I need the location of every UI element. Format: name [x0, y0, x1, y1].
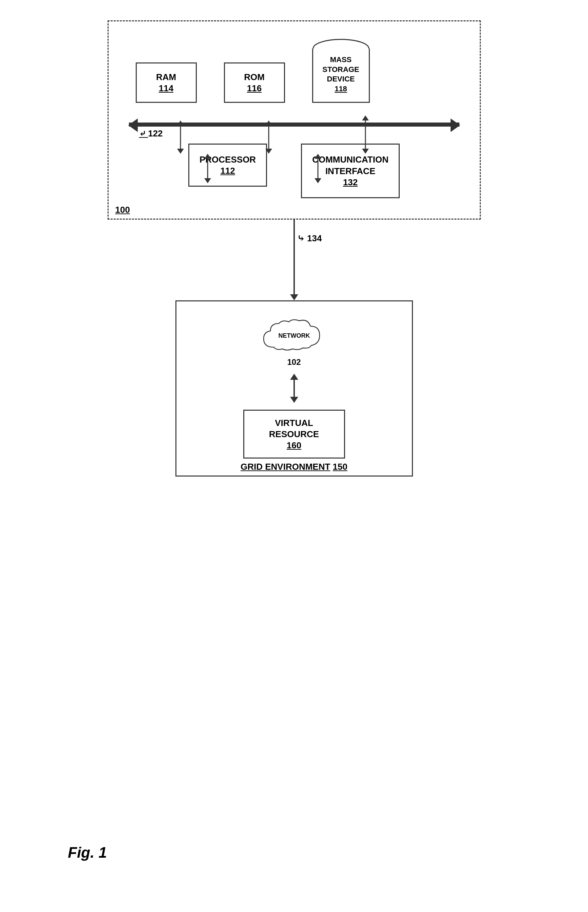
svg-text:NETWORK: NETWORK: [278, 332, 310, 339]
computer-box: RAM 114 ROM 116: [108, 20, 481, 220]
connector-line-134: ⤷ 134: [294, 220, 295, 294]
network-number-label: 102: [287, 357, 300, 367]
mass-storage-cylinder: MASSSTORAGEDEVICE 118: [312, 38, 370, 103]
main-diagram: RAM 114 ROM 116: [108, 20, 481, 477]
ram-label: RAM: [156, 72, 176, 82]
mass-storage-container: MASSSTORAGEDEVICE 118: [312, 38, 370, 103]
virtual-resource-number: 160: [254, 440, 334, 451]
rom-label: ROM: [244, 72, 265, 82]
grid-environment-label: GRID ENVIRONMENT 150: [241, 462, 347, 472]
processor-number: 112: [200, 166, 256, 176]
connector-arrow-down: [290, 294, 298, 301]
processor-box: PROCESSOR 112: [188, 144, 267, 187]
bus-label: ⤶ 122: [139, 128, 163, 139]
down-arrow: [290, 397, 298, 403]
bottom-row: PROCESSOR 112 COMMUNICATIONINTERFACE 132: [129, 144, 459, 198]
system-bus: [129, 123, 459, 126]
fig-label: Fig. 1: [68, 844, 107, 861]
mass-storage-text: MASSSTORAGEDEVICE 118: [314, 55, 368, 94]
ram-box: RAM 114: [136, 63, 197, 103]
network-cloud-svg: NETWORK: [254, 315, 335, 359]
top-row: RAM 114 ROM 116: [129, 38, 459, 103]
ram-number: 114: [146, 83, 186, 94]
computer-box-label: 100: [115, 205, 130, 215]
comm-number: 132: [312, 177, 388, 188]
virtual-resource-label: VIRTUALRESOURCE: [254, 417, 334, 441]
bus-arrow-right: [451, 118, 460, 132]
network-to-virtual-connector: [290, 374, 298, 403]
page: RAM 114 ROM 116: [0, 0, 588, 912]
mass-storage-number: 118: [314, 84, 368, 94]
grid-environment-box: NETWORK 102 VIRTUALRESOURCE 160: [175, 301, 413, 477]
system-bus-area: ⤶ 122: [129, 110, 459, 137]
network-container: NETWORK 102: [254, 315, 335, 367]
comm-interface-box: COMMUNICATIONINTERFACE 132: [301, 144, 400, 198]
connector-134-label: ⤷ 134: [297, 233, 322, 244]
comm-to-network-connector: ⤷ 134 NETWORK 102: [108, 220, 481, 477]
middle-line: [294, 380, 295, 397]
virtual-resource-box: VIRTUALRESOURCE 160: [243, 410, 345, 459]
rom-number: 116: [234, 83, 275, 94]
comm-label: COMMUNICATIONINTERFACE: [312, 154, 388, 176]
processor-label: PROCESSOR: [200, 154, 256, 165]
rom-box: ROM 116: [224, 63, 285, 103]
up-arrow: [290, 374, 298, 380]
